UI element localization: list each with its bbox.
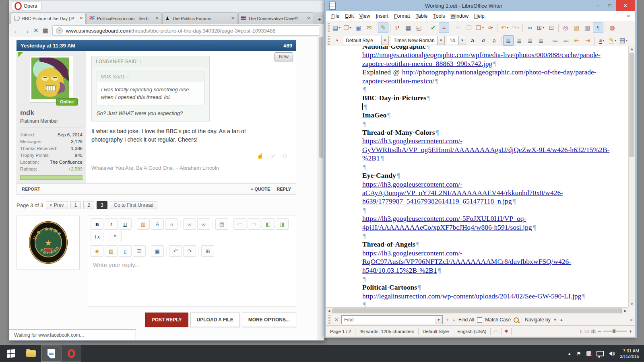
undo-button[interactable]: ↶▾ xyxy=(500,23,510,33)
page-1-button[interactable]: 1 xyxy=(70,201,81,209)
undo-button[interactable]: ↶ xyxy=(169,245,182,257)
increase-indent-button[interactable]: ⇥ xyxy=(582,35,593,46)
image-button[interactable]: ▨ xyxy=(105,245,118,257)
scroll-left-icon[interactable]: ◄ xyxy=(327,309,331,313)
paragraph-style-select[interactable]: Default Style ▼ xyxy=(343,36,389,45)
clone-formatting-button[interactable]: ✑ xyxy=(485,23,496,33)
draw-functions-button[interactable]: ⊡ xyxy=(546,23,557,33)
new-tab-button[interactable]: + xyxy=(315,14,324,24)
book-view-icon[interactable]: ▯|▯ xyxy=(591,329,597,333)
info-icon[interactable]: ⊙ xyxy=(283,153,290,159)
site-info-icon[interactable]: ◔ xyxy=(56,27,63,34)
document-canvas[interactable]: National·Geographic¶http://images.nation… xyxy=(326,46,628,307)
font-size-button[interactable]: A xyxy=(151,218,164,230)
page-count[interactable]: Page 1 / 2 xyxy=(326,328,355,335)
table-button[interactable]: ⊞ xyxy=(201,245,214,257)
page-style[interactable]: Default Style xyxy=(419,328,453,335)
cut-button[interactable]: ✂ xyxy=(453,23,463,33)
menu-help[interactable]: Help xyxy=(471,12,487,20)
action-center-flag-icon[interactable]: ⚑ xyxy=(576,351,581,357)
chevron-down-icon[interactable]: ▼ xyxy=(381,36,388,45)
menu-tools[interactable]: Tools xyxy=(430,12,448,20)
media-embed-button[interactable]: ▤ xyxy=(215,218,228,230)
opera-menu-button[interactable]: Opera xyxy=(12,2,41,11)
post-reply-button[interactable]: POST REPLY xyxy=(145,313,188,327)
volume-icon[interactable]: ))) xyxy=(609,352,615,356)
new-document-button[interactable]: ▤▾ xyxy=(331,23,342,33)
zoom-in-icon[interactable]: + xyxy=(629,329,632,334)
copy-button[interactable]: ❐ xyxy=(464,23,474,33)
find-previous-icon[interactable]: ▲ xyxy=(452,318,456,322)
navigate-down-icon[interactable]: ▼ xyxy=(553,318,557,322)
menu-view[interactable]: View xyxy=(357,12,373,20)
quote-link[interactable]: + QUOTE xyxy=(251,187,270,191)
back-button[interactable]: ← xyxy=(13,27,19,34)
chevron-down-icon[interactable]: ▼ xyxy=(437,36,444,45)
remove-formatting-button[interactable]: Tx xyxy=(91,231,103,242)
more-options-button[interactable]: MORE OPTIONS... xyxy=(242,313,296,327)
zoom-out-icon[interactable]: – xyxy=(598,329,601,334)
match-case-label[interactable]: Match Case xyxy=(485,317,511,323)
current-user-avatar[interactable]: U.S. ARMY RETIRED ★ xyxy=(17,216,80,269)
page-2-button[interactable]: 2 xyxy=(83,201,94,209)
email-document-button[interactable]: ✉ xyxy=(364,23,374,33)
writer-titlebar[interactable]: Working 1.odt - LibreOffice Writer – □ ✕ xyxy=(326,0,635,11)
menu-file[interactable]: File xyxy=(328,12,342,20)
find-input[interactable] xyxy=(342,316,435,324)
tab-politicalforum[interactable]: PF PoliticalForum.com - the b ✕ xyxy=(87,12,161,24)
toolbar-grip[interactable] xyxy=(328,315,330,324)
redo-button[interactable]: ↷▾ xyxy=(510,23,521,33)
link-button[interactable]: ∞ xyxy=(183,218,196,230)
navigator-button[interactable]: ◎ xyxy=(560,23,571,33)
toolbar-grip[interactable] xyxy=(328,23,330,32)
multi-page-view-icon[interactable]: ▯▯ xyxy=(584,329,589,333)
agree-icon[interactable]: ✔ xyxy=(271,153,279,159)
font-color-button[interactable]: a▾ xyxy=(597,35,607,46)
scroll-down-icon[interactable]: ▼ xyxy=(629,301,635,307)
save-document-button[interactable]: ▣ xyxy=(353,23,363,33)
scroll-right-icon[interactable]: ► xyxy=(623,309,627,313)
font-name-select[interactable]: Times New Roman ▼ xyxy=(391,36,445,45)
speed-dial-button[interactable]: ▦ xyxy=(43,27,48,34)
bold-button[interactable]: B xyxy=(91,218,103,230)
menu-edit[interactable]: Edit xyxy=(342,12,357,20)
show-hidden-icons-button[interactable]: ▲ xyxy=(568,352,571,356)
bold-button[interactable]: a xyxy=(467,35,478,46)
document-horizontal-scrollbar[interactable]: ◄ ► xyxy=(326,307,628,314)
tab-close-icon[interactable]: ✕ xyxy=(231,16,234,21)
scrollbar-thumb[interactable] xyxy=(332,309,622,313)
chevron-down-icon[interactable]: ▼ xyxy=(458,36,466,45)
username-link[interactable]: mdk xyxy=(20,109,83,117)
find-next-icon[interactable]: ▼ xyxy=(446,318,449,322)
media-button[interactable]: ▯ xyxy=(119,245,132,257)
file-explorer-button[interactable] xyxy=(21,346,41,362)
insert-table-button[interactable]: ⊞▾ xyxy=(535,23,546,33)
decrease-indent-button[interactable]: ⇤ xyxy=(572,35,582,46)
stop-button[interactable]: ✕ xyxy=(33,27,39,34)
upload-file-button[interactable]: UPLOAD A FILE xyxy=(190,313,240,327)
toolbar-grip[interactable] xyxy=(328,36,330,45)
numbered-list-button[interactable]: ≔ xyxy=(550,35,560,46)
find-and-replace-icon[interactable] xyxy=(514,317,519,323)
reply-textarea[interactable] xyxy=(88,257,296,305)
zoom-slider[interactable] xyxy=(603,331,627,332)
text-color-button[interactable]: ▥ xyxy=(137,218,150,230)
tab-close-icon[interactable]: ✕ xyxy=(155,16,159,21)
quote-header[interactable]: MDK SAID: ↑ xyxy=(97,72,204,82)
single-page-view-icon[interactable]: ▯ xyxy=(580,329,582,333)
menu-window[interactable]: Window xyxy=(448,12,471,20)
print-preview-button[interactable]: ◱ xyxy=(414,23,424,33)
font-family-button[interactable]: A xyxy=(165,218,178,230)
help-button[interactable]: ◍ xyxy=(607,23,617,33)
align-justify-button[interactable]: ≣ xyxy=(536,35,546,46)
minimize-button[interactable]: – xyxy=(592,0,604,11)
auto-spellcheck-button[interactable]: ≈ xyxy=(439,23,449,33)
maximize-button[interactable]: □ xyxy=(604,0,616,11)
menu-format[interactable]: Format xyxy=(391,12,413,20)
chevron-down-icon[interactable]: ▼ xyxy=(435,316,442,324)
post-number[interactable]: #89 xyxy=(283,43,292,49)
bullet-list-button[interactable]: ≕ xyxy=(561,35,571,46)
highlighting-button[interactable]: ✎▾ xyxy=(607,35,618,46)
ordered-list-button[interactable]: ≕ xyxy=(248,218,260,230)
match-case-checkbox[interactable] xyxy=(477,317,482,323)
